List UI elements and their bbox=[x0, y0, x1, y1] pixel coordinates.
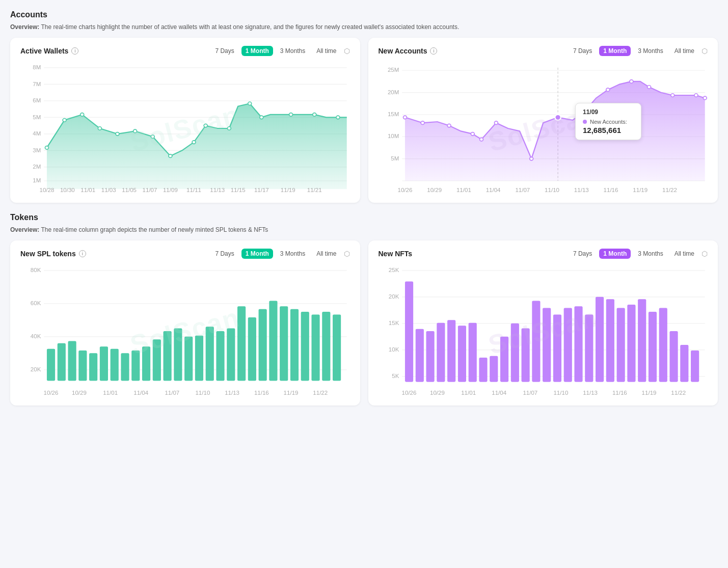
active-wallets-info-icon[interactable]: i bbox=[71, 47, 78, 55]
nft-bar bbox=[553, 315, 561, 382]
svg-text:10/26: 10/26 bbox=[44, 390, 59, 396]
spl-bar bbox=[121, 353, 129, 381]
svg-text:1M: 1M bbox=[33, 177, 41, 183]
svg-point-22 bbox=[151, 135, 154, 139]
spl-bar bbox=[216, 331, 224, 381]
svg-text:2M: 2M bbox=[33, 164, 41, 170]
svg-text:11/16: 11/16 bbox=[603, 187, 618, 193]
spl-bar bbox=[184, 337, 193, 381]
svg-point-62 bbox=[529, 157, 533, 160]
new-accounts-svg: 25M 20M 15M 10M 5M bbox=[379, 62, 708, 195]
svg-point-19 bbox=[98, 127, 101, 130]
active-wallets-area bbox=[47, 103, 347, 189]
svg-text:11/16: 11/16 bbox=[254, 390, 269, 396]
nft-bar bbox=[574, 306, 582, 382]
svg-text:11/19: 11/19 bbox=[633, 187, 648, 193]
svg-point-56 bbox=[403, 116, 407, 119]
nft-bar bbox=[468, 323, 476, 382]
spl-bar bbox=[227, 329, 235, 381]
new-nfts-3months-btn[interactable]: 3 Months bbox=[634, 249, 667, 259]
spl-bar bbox=[164, 331, 172, 381]
new-nfts-alltime-btn[interactable]: All time bbox=[670, 249, 698, 259]
svg-point-23 bbox=[169, 154, 172, 158]
new-spl-chart-area: SolScan 80K 60K 40K 20K bbox=[20, 265, 350, 397]
active-wallets-controls: 7 Days 1 Month 3 Months All time ⬡ bbox=[211, 46, 349, 56]
nft-bar bbox=[490, 356, 498, 382]
svg-point-20 bbox=[116, 132, 119, 136]
svg-text:10K: 10K bbox=[388, 346, 399, 353]
svg-text:15K: 15K bbox=[388, 320, 399, 326]
accounts-overview: Overview: The real-time charts highlight… bbox=[10, 23, 718, 31]
new-accounts-title-area: New Accounts i bbox=[379, 47, 438, 55]
svg-text:11/13: 11/13 bbox=[210, 187, 225, 193]
new-accounts-card: New Accounts i 7 Days 1 Month 3 Months A… bbox=[368, 38, 718, 203]
new-spl-alltime-btn[interactable]: All time bbox=[312, 249, 340, 259]
svg-text:11/11: 11/11 bbox=[186, 187, 201, 193]
active-wallets-alltime-btn[interactable]: All time bbox=[312, 46, 340, 56]
tokens-title: Tokens bbox=[10, 213, 718, 222]
nft-bar bbox=[595, 297, 603, 382]
nft-bar bbox=[563, 308, 572, 382]
new-accounts-share-icon[interactable]: ⬡ bbox=[702, 47, 708, 55]
spl-bar bbox=[290, 309, 299, 381]
new-nfts-1month-btn[interactable]: 1 Month bbox=[599, 249, 631, 259]
svg-text:11/01: 11/01 bbox=[456, 187, 471, 193]
active-wallets-chart-area: SolScan 8M 7M 6M 5M 4M bbox=[20, 62, 350, 195]
new-accounts-7days-btn[interactable]: 7 Days bbox=[569, 46, 596, 56]
svg-text:10/28: 10/28 bbox=[40, 187, 55, 193]
active-wallets-7days-btn[interactable]: 7 Days bbox=[211, 46, 238, 56]
svg-text:11/01: 11/01 bbox=[461, 390, 476, 396]
svg-text:60K: 60K bbox=[31, 300, 41, 306]
spl-bar bbox=[195, 336, 203, 381]
active-wallets-card: Active Wallets i 7 Days 1 Month 3 Months… bbox=[10, 38, 360, 203]
nft-bar bbox=[648, 312, 656, 382]
new-nfts-share-icon[interactable]: ⬡ bbox=[702, 250, 708, 258]
svg-point-58 bbox=[447, 124, 451, 127]
svg-text:20K: 20K bbox=[31, 366, 41, 372]
new-spl-share-icon[interactable]: ⬡ bbox=[344, 250, 350, 258]
nft-bar bbox=[521, 329, 529, 382]
svg-text:10/29: 10/29 bbox=[72, 390, 87, 396]
svg-text:10/30: 10/30 bbox=[60, 187, 75, 193]
svg-text:11/17: 11/17 bbox=[254, 187, 269, 193]
new-accounts-1month-btn[interactable]: 1 Month bbox=[599, 46, 631, 56]
new-accounts-alltime-btn[interactable]: All time bbox=[670, 46, 698, 56]
svg-text:25K: 25K bbox=[388, 267, 399, 273]
svg-text:5M: 5M bbox=[33, 114, 41, 120]
active-wallets-3months-btn[interactable]: 3 Months bbox=[276, 46, 309, 56]
svg-point-17 bbox=[63, 119, 66, 122]
svg-point-67 bbox=[647, 86, 651, 89]
svg-point-30 bbox=[313, 113, 316, 117]
new-spl-1month-btn[interactable]: 1 Month bbox=[241, 249, 273, 259]
active-wallets-1month-btn[interactable]: 1 Month bbox=[241, 46, 273, 56]
svg-point-68 bbox=[670, 94, 674, 97]
svg-text:11/09: 11/09 bbox=[163, 187, 178, 193]
spl-bar bbox=[206, 327, 214, 381]
nft-bar bbox=[447, 320, 455, 382]
spl-bar bbox=[301, 312, 309, 381]
tokens-overview: Overview: The real-time column graph dep… bbox=[10, 226, 718, 233]
nft-bar bbox=[606, 299, 614, 382]
svg-point-61 bbox=[494, 121, 498, 125]
new-accounts-3months-btn[interactable]: 3 Months bbox=[634, 46, 667, 56]
spl-bar bbox=[78, 350, 87, 381]
new-nfts-7days-btn[interactable]: 7 Days bbox=[569, 249, 596, 259]
active-wallets-header: Active Wallets i 7 Days 1 Month 3 Months… bbox=[20, 46, 350, 56]
accounts-charts-row: Active Wallets i 7 Days 1 Month 3 Months… bbox=[10, 38, 718, 203]
new-spl-3months-btn[interactable]: 3 Months bbox=[276, 249, 309, 259]
new-accounts-info-icon[interactable]: i bbox=[430, 47, 437, 55]
active-wallets-share-icon[interactable]: ⬡ bbox=[344, 47, 350, 55]
svg-text:11/04: 11/04 bbox=[133, 390, 148, 396]
svg-text:11/04: 11/04 bbox=[486, 187, 500, 193]
svg-text:11/07: 11/07 bbox=[143, 187, 157, 193]
svg-text:10/29: 10/29 bbox=[430, 390, 445, 396]
new-nfts-chart-area: SolScan 25K 20K 15K 10K 5K bbox=[379, 265, 708, 397]
new-spl-7days-btn[interactable]: 7 Days bbox=[211, 249, 238, 259]
spl-bar bbox=[237, 306, 246, 381]
new-spl-controls: 7 Days 1 Month 3 Months All time ⬡ bbox=[211, 249, 349, 259]
nft-bar bbox=[691, 350, 699, 382]
svg-text:40K: 40K bbox=[31, 333, 41, 339]
svg-text:11/05: 11/05 bbox=[122, 187, 137, 193]
new-spl-info-icon[interactable]: i bbox=[79, 250, 86, 257]
nft-bar bbox=[457, 326, 466, 382]
